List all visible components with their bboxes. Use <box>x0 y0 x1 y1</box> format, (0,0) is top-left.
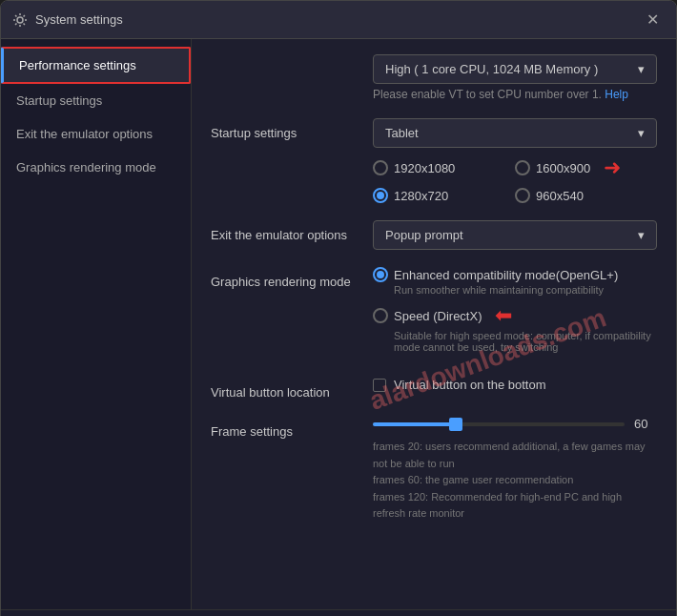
graphics-section: Graphics rendering mode Enhanced compati… <box>211 267 657 360</box>
exit-label: Exit the emulator options <box>211 220 373 242</box>
footer: Save settings Restore to default <box>1 609 676 616</box>
radio-opengl <box>373 267 388 282</box>
resolution-row-2: 1280x720 960x540 <box>373 188 657 203</box>
arrow-right-icon: ➜ <box>604 155 621 180</box>
frame-settings-label: Frame settings <box>211 417 373 439</box>
performance-label <box>211 54 373 62</box>
frame-hint-20: frames 20: users recommend additional, a… <box>373 439 657 472</box>
main-panel: alardownloads.com High ( 1 core CPU, 102… <box>192 39 676 609</box>
radio-960 <box>515 188 530 203</box>
resolution-1920[interactable]: 1920x1080 <box>373 155 515 180</box>
render-opengl: Enhanced compatibility mode(OpenGL+) Run… <box>373 267 657 296</box>
frame-slider-fill <box>373 422 456 426</box>
resolution-1600[interactable]: 1600x900 ➜ <box>515 155 657 180</box>
window-title: System settings <box>35 12 123 27</box>
system-settings-window: System settings ✕ Performance settings S… <box>0 0 677 616</box>
virtual-button-controls: Virtual button on the bottom <box>373 378 657 392</box>
checkbox-virtual-bottom <box>373 379 386 392</box>
render-directx-label[interactable]: Speed (DirectX) ⬅ <box>373 303 657 328</box>
sidebar-item-graphics[interactable]: Graphics rendering mode <box>1 151 191 184</box>
svg-point-0 <box>17 17 23 23</box>
sidebar-item-startup[interactable]: Startup settings <box>1 84 191 117</box>
render-opengl-label[interactable]: Enhanced compatibility mode(OpenGL+) <box>373 267 657 282</box>
frame-settings-controls: 60 frames 20: users recommend additional… <box>373 417 657 523</box>
radio-directx <box>373 308 388 323</box>
title-bar-left: System settings <box>12 12 123 28</box>
resolution-960[interactable]: 960x540 <box>515 188 657 203</box>
resolution-group: 1920x1080 1600x900 ➜ 1280x720 <box>373 155 657 203</box>
title-bar: System settings ✕ <box>1 1 676 39</box>
radio-1920 <box>373 160 388 175</box>
sidebar: Performance settings Startup settings Ex… <box>1 39 192 609</box>
chevron-down-icon: ▾ <box>638 228 645 242</box>
render-directx-desc: Suitable for high speed mode: computer, … <box>394 330 657 353</box>
radio-1280 <box>373 188 388 203</box>
settings-icon <box>12 12 28 28</box>
startup-controls: Tablet ▾ 1920x1080 1600x900 <box>373 118 657 203</box>
exit-section: Exit the emulator options Popup prompt ▾ <box>211 220 657 250</box>
frame-slider-track[interactable] <box>373 422 625 426</box>
frame-hint-60: frames 60: the game user recommendation <box>373 472 657 489</box>
frame-hints: frames 20: users recommend additional, a… <box>373 439 657 523</box>
performance-hint: Please enable VT to set CPU number over … <box>373 88 657 101</box>
frame-slider-value: 60 <box>634 417 657 431</box>
virtual-button-checkbox[interactable]: Virtual button on the bottom <box>373 378 657 392</box>
help-link[interactable]: Help <box>605 88 628 101</box>
frame-settings-section: Frame settings 60 frames 20: users recom… <box>211 417 657 523</box>
graphics-controls: Enhanced compatibility mode(OpenGL+) Run… <box>373 267 657 360</box>
frame-slider-row: 60 <box>373 417 657 431</box>
virtual-button-label: Virtual button location <box>211 378 373 400</box>
startup-section: Startup settings Tablet ▾ 1920x1080 <box>211 118 657 203</box>
virtual-button-section: Virtual button location Virtual button o… <box>211 378 657 400</box>
performance-controls: High ( 1 core CPU, 1024 MB Memory ) ▾ Pl… <box>373 54 657 101</box>
resolution-row-1: 1920x1080 1600x900 ➜ <box>373 155 657 180</box>
performance-dropdown[interactable]: High ( 1 core CPU, 1024 MB Memory ) ▾ <box>373 54 657 84</box>
render-directx: Speed (DirectX) ⬅ Suitable for high spee… <box>373 303 657 353</box>
startup-dropdown[interactable]: Tablet ▾ <box>373 118 657 148</box>
resolution-1280[interactable]: 1280x720 <box>373 188 515 203</box>
arrow-left-icon: ⬅ <box>495 303 512 328</box>
frame-hint-120: frames 120: Recommended for high-end PC … <box>373 489 657 523</box>
sidebar-item-exit[interactable]: Exit the emulator options <box>1 117 191 151</box>
exit-controls: Popup prompt ▾ <box>373 220 657 250</box>
performance-section: High ( 1 core CPU, 1024 MB Memory ) ▾ Pl… <box>211 54 657 101</box>
radio-1600 <box>515 160 530 175</box>
startup-label: Startup settings <box>211 118 373 140</box>
graphics-label: Graphics rendering mode <box>211 267 373 289</box>
chevron-down-icon: ▾ <box>638 126 645 140</box>
content-area: Performance settings Startup settings Ex… <box>1 39 676 609</box>
sidebar-item-performance[interactable]: Performance settings <box>1 47 191 84</box>
frame-slider-thumb <box>449 418 462 431</box>
exit-dropdown[interactable]: Popup prompt ▾ <box>373 220 657 250</box>
chevron-down-icon: ▾ <box>638 62 645 76</box>
render-opengl-desc: Run smoother while maintaining compatibi… <box>394 284 657 296</box>
close-button[interactable]: ✕ <box>641 9 665 31</box>
